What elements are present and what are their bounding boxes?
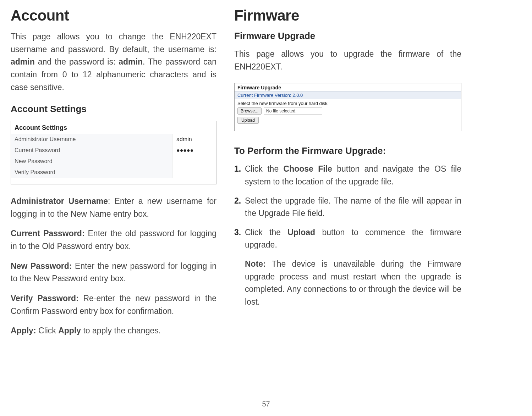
- firmware-heading: Firmware: [234, 7, 461, 24]
- account-settings-table: Account Settings Administrator Username …: [11, 121, 216, 184]
- fw-panel-title: Firmware Upgrade: [235, 83, 461, 91]
- def-term: Apply:: [11, 326, 36, 335]
- def-verify-password: Verify Password: Re-enter the new passwo…: [11, 292, 216, 317]
- step-bold: Choose File: [284, 164, 332, 173]
- note-text: The device is unavailable during the Fir…: [245, 259, 461, 306]
- step-number: 1.: [234, 163, 241, 176]
- right-column: Firmware Firmware Upgrade This page allo…: [234, 7, 461, 344]
- table-padding: [11, 178, 216, 184]
- def-term: Administrator Username: [11, 196, 108, 206]
- step-bold: Upload: [287, 228, 315, 237]
- account-heading: Account: [11, 7, 216, 24]
- page-number: 57: [262, 400, 270, 408]
- file-selected-status: No file selected.: [264, 107, 322, 115]
- table-title: Account Settings: [11, 121, 216, 134]
- def-apply: Apply: Click Apply to apply the changes.: [11, 325, 216, 337]
- verify-password-input[interactable]: [172, 167, 216, 178]
- step-number: 3.: [234, 226, 241, 239]
- def-new-password: New Password: Enter the new password for…: [11, 260, 216, 285]
- steps-heading: To Perform the Firmware Upgrade:: [234, 145, 461, 156]
- firmware-note: Note: The device is unavailable during t…: [234, 258, 461, 309]
- row-label: Administrator Username: [11, 134, 172, 145]
- left-column: Account This page allows you to change t…: [11, 7, 216, 344]
- browse-button[interactable]: Browse...: [237, 107, 262, 115]
- fw-file-row: Browse... No file selected.: [235, 107, 461, 115]
- intro-bold-2: admin: [119, 57, 143, 66]
- step-number: 2.: [234, 195, 241, 207]
- def-term: New Password:: [11, 261, 72, 271]
- intro-bold-1: admin: [11, 57, 35, 66]
- account-settings-heading: Account Settings: [11, 104, 216, 115]
- table-row: Administrator Username admin: [11, 134, 216, 145]
- def-current-password: Current Password: Enter the old password…: [11, 227, 216, 253]
- def-sep: [84, 229, 88, 238]
- step-pre: Click the: [245, 228, 287, 237]
- note-label: Note:: [245, 259, 266, 268]
- fw-version-text: Current Firmware Version: 2.0.0: [235, 91, 461, 99]
- step-1: 1. Click the Choose File button and navi…: [234, 163, 461, 188]
- def-post: to apply the changes.: [81, 326, 161, 335]
- current-password-input[interactable]: ●●●●●: [172, 145, 216, 156]
- def-sep: [79, 294, 83, 303]
- page-columns: Account This page allows you to change t…: [11, 7, 532, 344]
- def-bold-mid: Apply: [58, 326, 81, 335]
- row-label: Current Password: [11, 145, 172, 156]
- account-intro: This page allows you to change the ENH22…: [11, 30, 216, 94]
- def-term: Current Password:: [11, 229, 84, 238]
- step-3: 3. Click the Upload button to commence t…: [234, 226, 461, 251]
- def-sep: [72, 261, 75, 271]
- def-sep: :: [108, 196, 114, 206]
- fw-select-instruction: Select the new firmware from your hard d…: [235, 99, 461, 107]
- firmware-upgrade-heading: Firmware Upgrade: [234, 30, 461, 41]
- intro-text-2: and the password is:: [35, 57, 119, 66]
- definitions-list: Administrator Username: Enter a new user…: [11, 195, 216, 337]
- firmware-intro: This page allows you to upgrade the firm…: [234, 48, 461, 73]
- step-pre: Click the: [245, 164, 284, 173]
- step-2: 2. Select the upgrade file. The name of …: [234, 195, 461, 220]
- intro-text-1: This page allows you to change the ENH22…: [11, 32, 216, 54]
- def-term: Verify Password:: [11, 294, 79, 303]
- new-password-input[interactable]: [172, 156, 216, 167]
- row-label: Verify Password: [11, 167, 172, 178]
- step-pre: Select the upgrade file. The name of the…: [245, 196, 461, 218]
- def-pre: Click: [38, 326, 58, 335]
- upload-button[interactable]: Upload: [237, 117, 259, 124]
- def-admin-username: Administrator Username: Enter a new user…: [11, 195, 216, 220]
- admin-username-input[interactable]: admin: [172, 134, 216, 145]
- firmware-upgrade-panel: Firmware Upgrade Current Firmware Versio…: [234, 83, 461, 131]
- steps-list: 1. Click the Choose File button and navi…: [234, 163, 461, 251]
- row-label: New Password: [11, 156, 172, 167]
- table-row: Verify Password: [11, 167, 216, 178]
- table-row: New Password: [11, 156, 216, 167]
- table-row: Current Password ●●●●●: [11, 145, 216, 156]
